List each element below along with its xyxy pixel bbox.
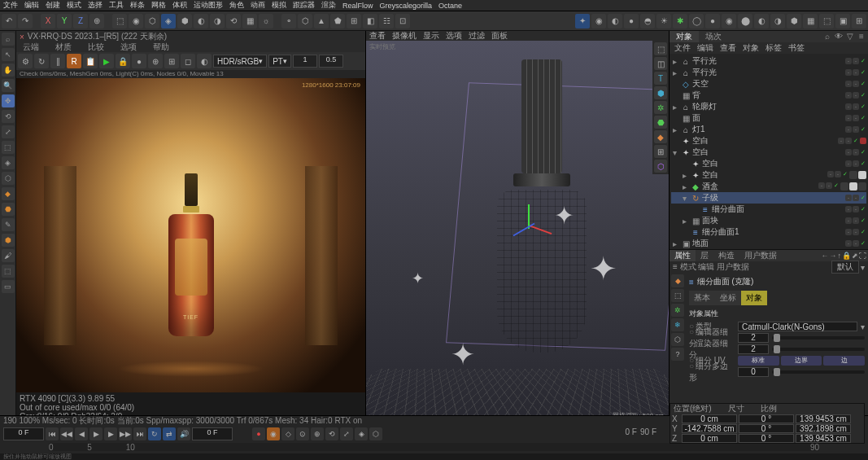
coord-input[interactable]: 0 ° [739,434,794,443]
tree-row[interactable]: ≡细分曲面··✓ [671,204,866,215]
om-menu-item[interactable]: 书签 [788,42,805,54]
coord-input[interactable]: 0 cm [682,414,737,423]
tool-icon[interactable]: ◉ [129,14,143,28]
menu-item[interactable]: 角色 [229,0,244,11]
tool-icon[interactable]: ▭ [2,280,15,293]
menu-item[interactable]: 网格 [151,0,166,11]
nav-up-icon[interactable]: ↑ [838,252,842,260]
tree-row[interactable]: ▾✦空白··✓ [671,147,866,158]
tree-row[interactable]: ▸✦空白··✓ [671,169,866,181]
redo-icon[interactable]: ↷ [18,14,33,28]
tool-icon[interactable]: ⬢ [787,14,801,28]
tree-row[interactable]: ▸▦面块··✓ [671,215,866,226]
tree-row[interactable]: ▸▣地面··✓ [671,238,866,249]
vp-tool-icon[interactable]: ⬚ [654,42,667,55]
refresh-icon[interactable]: ↻ [34,54,49,68]
record-key-icon[interactable]: ● [252,427,265,440]
tool-icon[interactable]: ◈ [161,14,176,28]
lock-icon[interactable]: 🔒 [116,54,130,68]
key-pla-icon[interactable]: ⬡ [369,427,382,440]
tool-icon[interactable]: ◉ [722,14,736,28]
tree-row[interactable]: ▸⌂轮廓灯··✓ [671,101,866,112]
tool-icon[interactable]: ◈ [2,156,15,169]
vp-tool-icon[interactable]: ⊞ [654,145,667,158]
menu-item[interactable]: 跟踪器 [293,0,315,11]
tool-icon[interactable]: ⊞ [852,14,866,28]
attr-button[interactable]: 标准 [738,356,779,366]
tool-icon[interactable]: ✎ [2,218,15,231]
frame-current[interactable]: 0 F [3,427,44,440]
attr-icon[interactable]: ⬡ [671,333,684,346]
axis-y-icon[interactable]: Y [57,14,72,28]
menu-item[interactable]: RealFlow [342,2,373,10]
tool-icon[interactable]: ▦ [242,14,257,28]
coord-input[interactable]: -142.7588 cm [682,424,737,433]
tool-icon[interactable]: ⬤ [738,14,752,28]
menu-item[interactable]: 体积 [172,0,187,11]
stop-icon[interactable]: ◻ [181,54,195,68]
tool-icon[interactable]: ◐ [194,14,208,28]
step-fwd-icon[interactable]: ▶▶ [119,427,132,440]
attr-value[interactable]: 2 [738,344,769,354]
coord-input[interactable]: 0 ° [739,424,794,433]
tree-row[interactable]: ≡细分曲面1··✓ [671,226,866,238]
tool-icon[interactable]: ▣ [835,14,850,28]
tool-icon[interactable]: ◧ [363,14,377,28]
tool-icon[interactable]: ⬟ [330,14,345,28]
coord-input[interactable]: 139.9453 cm [796,434,851,443]
rotate-icon[interactable]: ⟲ [2,110,15,123]
tool-icon[interactable]: ⬡ [145,14,159,28]
tree-row[interactable]: ▦背··✓ [671,90,866,101]
tree-row[interactable]: ✦空白··✓ [671,135,866,147]
search-icon[interactable]: ⌕ [2,33,15,46]
tab-layer[interactable]: 层 [696,250,713,261]
om-menu-item[interactable]: 对象 [743,42,759,54]
brush-icon[interactable]: 🖌 [2,249,15,262]
key-pos-icon[interactable]: ⊕ [311,427,324,440]
mode-dropdown[interactable]: 默认 [831,261,859,274]
axis-z-icon[interactable]: Z [73,14,88,28]
subtab-basic[interactable]: 基本 [689,291,715,305]
viewport[interactable]: 查看摄像机显示选项过滤面板 实时预览 ✦ ✦ ✦ ✦ 网格间距: 500 cm … [366,31,669,422]
attr-button[interactable]: 边界 [781,356,822,366]
autokey-icon[interactable]: ◉ [267,427,280,440]
tool-icon[interactable]: ◉ [591,14,606,28]
popup-icon[interactable]: ⬈ [852,252,858,260]
tool-icon[interactable]: ◆ [2,187,15,200]
filter-icon[interactable]: ▽ [845,31,855,41]
undo-icon[interactable]: ↶ [2,14,16,28]
tree-row[interactable]: ▸⌂平行光··✓ [671,55,866,67]
tree-row[interactable]: ▸⌂平行光··✓ [671,67,866,78]
attr-dropdown[interactable]: Catmull-Clark(N-Gons) [738,322,857,331]
tool-icon[interactable]: ◑ [770,14,785,28]
lock-icon[interactable]: 🔒 [842,252,851,260]
tree-row[interactable]: ▦面··✓ [671,112,866,124]
loop-icon[interactable]: ↻ [148,427,161,440]
menu-item[interactable]: 编辑 [24,0,39,11]
tree-row[interactable]: ◇天空··✓ [671,78,866,90]
tool-icon[interactable]: ⊡ [395,14,410,28]
num-input-a[interactable]: 1 [293,55,317,68]
tool-icon[interactable]: ⬚ [2,265,15,278]
tab-attributes[interactable]: 属性 [670,250,696,261]
attr-icon[interactable]: ✲ [671,304,684,317]
record-icon[interactable]: R [67,54,81,68]
channel-icon[interactable]: ◐ [197,54,212,68]
pause-icon[interactable]: ‖ [50,54,65,68]
tool-icon[interactable]: ⬡ [298,14,312,28]
attr-slider[interactable] [772,348,865,351]
axis-x-icon[interactable]: X [41,14,55,28]
transform-gizmo[interactable] [512,212,544,245]
menu-help[interactable]: 帮助 [153,42,169,53]
attr-slider[interactable] [772,336,865,340]
move-icon[interactable]: ✥ [2,94,15,107]
menu-cloud[interactable]: 云端 [23,42,39,53]
key-rot-icon[interactable]: ⟲ [325,427,338,440]
tool-icon[interactable]: ◐ [754,14,769,28]
search-icon[interactable]: ⌕ [822,31,832,41]
tool-icon[interactable]: ⬚ [819,14,834,28]
tool-icon[interactable]: ⬚ [112,14,127,28]
tool-icon[interactable]: ◓ [640,14,655,28]
menu-compare[interactable]: 比较 [88,42,104,53]
key-param-icon[interactable]: ◈ [355,427,368,440]
